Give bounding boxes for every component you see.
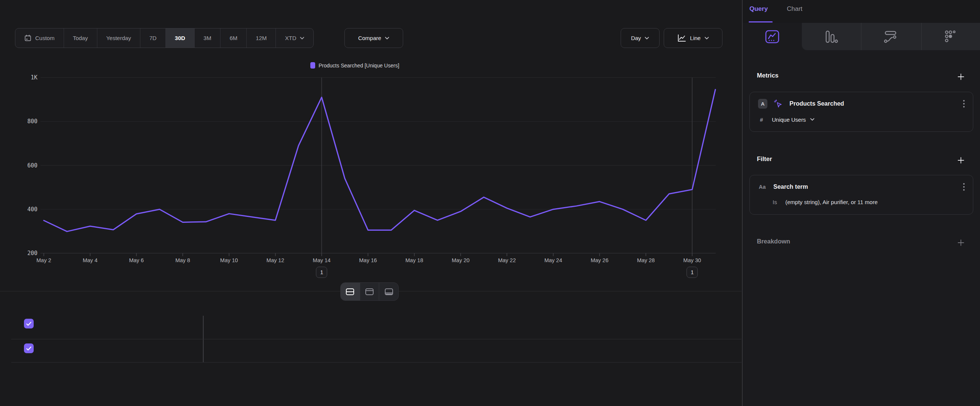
add-breakdown-button[interactable]: [956, 238, 966, 248]
layout-split-view-button[interactable]: [340, 283, 360, 300]
report-tab-retention[interactable]: [921, 23, 980, 50]
y-axis-label: 800: [27, 118, 37, 125]
filter-card[interactable]: Aa Search term Is (empty string), Air pu…: [749, 175, 973, 215]
report-tab-funnels[interactable]: [802, 23, 861, 50]
chevron-down-icon[interactable]: [810, 118, 815, 121]
report-tab-insights[interactable]: [743, 23, 802, 50]
x-axis-label: May 2: [36, 257, 51, 263]
x-axis-label: May 22: [498, 257, 516, 263]
check-icon: [26, 322, 32, 326]
select-all-checkbox[interactable]: [24, 319, 34, 328]
insights-icon: [765, 30, 780, 44]
filter-operator[interactable]: Is: [773, 199, 782, 205]
split-view-icon: [345, 288, 355, 296]
panel-tab-bar: Query Chart: [743, 0, 980, 23]
filter-property-name: Search term: [773, 183, 808, 190]
x-axis-label: May 14: [313, 257, 331, 263]
layout-table-only-button[interactable]: [379, 283, 398, 300]
x-axis-label: May 6: [129, 257, 144, 263]
check-icon: [26, 346, 32, 351]
x-axis-label: May 4: [83, 257, 98, 263]
metric-card[interactable]: A Products Searched # Unique Users: [749, 92, 973, 132]
plus-icon: [958, 239, 964, 246]
chart-only-view-icon: [365, 288, 374, 296]
filter-card-main-row: Aa Search term: [750, 182, 973, 192]
tab-chart[interactable]: Chart: [787, 5, 803, 13]
filter-options-kebab-icon[interactable]: [963, 182, 965, 192]
table-row-divider: [11, 362, 741, 363]
aggregation-dropdown[interactable]: Unique Users: [772, 116, 806, 123]
table-header-row: Event 1 Average May 2May 3May 4May 5May …: [0, 313, 741, 339]
metrics-heading: Metrics: [757, 72, 779, 79]
x-axis-label: May 10: [220, 257, 238, 263]
filter-condition-row: Is (empty string), Air purifier, or 11 m…: [750, 198, 973, 206]
y-axis-label: 200: [27, 250, 37, 256]
report-type-shelf: [743, 23, 980, 50]
annotation-badge[interactable]: 1: [687, 267, 698, 278]
aggregation-prefix: #: [760, 116, 768, 123]
funnels-icon: [825, 30, 838, 43]
event-click-icon: [773, 99, 783, 108]
report-tab-flows[interactable]: [861, 23, 920, 50]
metric-card-main-row: A Products Searched: [750, 99, 973, 108]
add-metric-button[interactable]: [956, 72, 966, 82]
metric-name: Products Searched: [789, 100, 844, 107]
add-filter-button[interactable]: [956, 155, 966, 165]
plus-icon: [958, 73, 964, 80]
plus-icon: [958, 157, 964, 164]
active-tab-underline: [749, 21, 773, 22]
y-axis-label: 400: [27, 206, 37, 213]
table-only-view-icon: [385, 288, 393, 296]
x-axis-label: May 24: [544, 257, 562, 263]
annotation-badge[interactable]: 1: [316, 267, 327, 278]
report-main-area: CustomTodayYesterday7D30D3M6M12MXTD Comp…: [0, 0, 741, 406]
x-axis-label: May 18: [406, 257, 423, 263]
query-builder-panel: Query Chart: [742, 0, 980, 406]
x-axis-label: May 8: [175, 257, 190, 263]
y-axis-label: 1K: [31, 74, 37, 81]
metric-letter-badge: A: [758, 99, 767, 108]
line-chart[interactable]: 1K800600400200May 2May 4May 6May 8May 10…: [0, 0, 741, 285]
filter-heading: Filter: [757, 155, 772, 162]
x-axis-label: May 30: [683, 257, 701, 263]
filter-type-badge: Aa: [759, 184, 768, 190]
analytics-app: CustomTodayYesterday7D30D3M6M12MXTD Comp…: [0, 0, 980, 406]
layout-toggle-group: [340, 282, 399, 301]
flows-icon: [883, 30, 898, 43]
x-axis-label: May 28: [637, 257, 655, 263]
filter-value[interactable]: (empty string), Air purifier, or 11 more: [785, 199, 877, 205]
x-axis-label: May 26: [591, 257, 609, 263]
x-axis-label: May 12: [267, 257, 285, 263]
y-axis-label: 600: [27, 162, 37, 169]
retention-icon: [944, 30, 958, 43]
metric-options-kebab-icon[interactable]: [963, 99, 965, 108]
x-axis-label: May 16: [359, 257, 377, 263]
table-row: Products Searched [Un... 426.9 349299323…: [0, 339, 741, 362]
breakdown-heading: Breakdown: [757, 238, 790, 245]
row-checkbox[interactable]: [24, 344, 34, 353]
layout-chart-only-button[interactable]: [360, 283, 379, 300]
metric-aggregation-row: # Unique Users: [750, 115, 973, 124]
tab-query[interactable]: Query: [749, 5, 768, 13]
x-axis-label: May 20: [452, 257, 470, 263]
series-line-products-searched[interactable]: [44, 89, 715, 231]
